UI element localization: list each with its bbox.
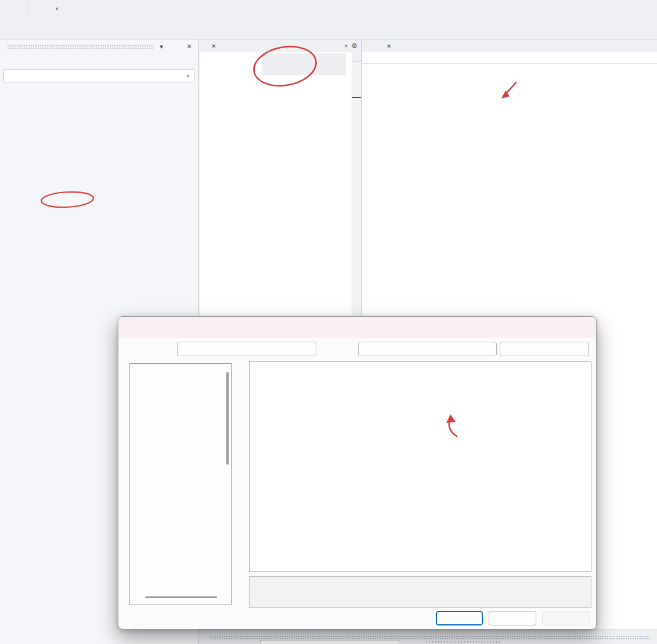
configuration-manager-button[interactable] <box>500 342 589 356</box>
close-icon[interactable]: ✕ <box>387 43 391 49</box>
change-mark <box>354 88 358 96</box>
ok-button[interactable] <box>436 611 483 625</box>
tab-bar: ✕ ▾ ⚙ <box>200 39 361 52</box>
output-toolbar-fragment <box>425 641 501 644</box>
output-panel-header[interactable] <box>199 629 657 644</box>
search-icon <box>38 3 48 14</box>
close-button[interactable] <box>565 320 586 335</box>
output-source-combobox[interactable] <box>260 640 399 644</box>
solution-explorer-search-input[interactable] <box>7 72 175 80</box>
platform-combobox[interactable] <box>358 342 497 356</box>
solution-explorer-search[interactable]: ▾ <box>3 69 194 82</box>
menu-bar: ▾ <box>0 0 657 17</box>
panel-drag-texture <box>7 45 153 50</box>
main-toolbar <box>0 17 657 39</box>
property-pages-dialog <box>118 316 597 629</box>
property-description-box <box>249 576 591 608</box>
chevron-down-icon[interactable]: ▾ <box>343 43 349 49</box>
def-editor-backdrop <box>262 53 346 75</box>
apply-button[interactable] <box>542 611 590 625</box>
tree-scrollbar-horizontal[interactable] <box>130 596 231 599</box>
chevron-down-icon: ▾ <box>54 6 60 12</box>
property-grid <box>249 361 591 572</box>
tab-exports-def[interactable]: ✕ <box>200 39 221 52</box>
close-icon[interactable]: ✕ <box>211 43 216 49</box>
caret-position-mark <box>352 97 361 98</box>
tab-bar: ✕ <box>362 39 657 52</box>
menu-divider <box>28 3 28 14</box>
change-mark <box>354 99 358 105</box>
close-icon[interactable]: ✕ <box>184 41 194 52</box>
split-handle-icon[interactable] <box>352 52 361 62</box>
search-icon[interactable] <box>175 71 185 81</box>
tab-sampleapp-cpp[interactable] <box>366 39 375 52</box>
breadcrumb[interactable] <box>362 52 657 64</box>
solution-explorer-header[interactable]: ▾ ✕ <box>0 39 198 53</box>
help-button[interactable] <box>544 320 565 335</box>
property-category-tree <box>129 363 232 605</box>
window-position-icon[interactable]: ▾ <box>156 41 167 52</box>
cancel-button[interactable] <box>489 611 536 625</box>
configuration-combobox[interactable] <box>177 342 316 356</box>
dialog-title-bar[interactable] <box>118 317 596 338</box>
gear-icon[interactable]: ⚙ <box>351 42 358 50</box>
chevron-down-icon[interactable]: ▾ <box>185 73 191 79</box>
configuration-row <box>118 342 596 357</box>
visual-studio-logo-icon <box>6 2 19 15</box>
solution-explorer-toolbar <box>0 53 198 68</box>
tab-dllmain-cpp[interactable]: ✕ <box>375 39 396 52</box>
menu-search[interactable]: ▾ <box>33 1 64 16</box>
tree-scrollbar-vertical[interactable] <box>226 372 229 465</box>
pin-icon[interactable] <box>170 41 181 52</box>
